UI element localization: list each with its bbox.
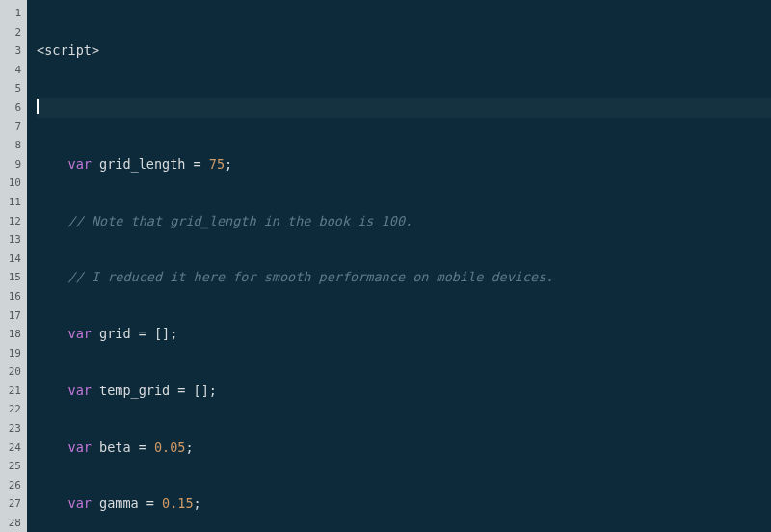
line-number: 25	[0, 457, 27, 476]
line-number: 28	[0, 514, 27, 532]
line-number: 9	[0, 155, 27, 174]
line-number: 24	[0, 439, 27, 458]
code-line[interactable]: var beta = 0.05;	[37, 439, 771, 458]
line-number: 4	[0, 61, 27, 80]
line-number: 11	[0, 193, 27, 212]
code-line[interactable]: var grid_length = 75;	[37, 155, 771, 174]
line-number: 8	[0, 136, 27, 155]
line-number: 17	[0, 306, 27, 326]
code-line[interactable]: // I reduced it here for smooth performa…	[37, 268, 771, 287]
line-number: 21	[0, 382, 27, 401]
line-number: 19	[0, 344, 27, 363]
line-number: 2	[0, 23, 27, 42]
code-line[interactable]: // Note that grid_length in the book is …	[37, 212, 771, 231]
code-line[interactable]	[37, 98, 771, 118]
line-number: 13	[0, 230, 27, 250]
line-number: 27	[0, 494, 27, 514]
line-number: 5	[0, 79, 27, 98]
line-number: 10	[0, 173, 27, 193]
line-number: 18	[0, 325, 27, 344]
line-number: 14	[0, 250, 27, 269]
line-number: 22	[0, 400, 27, 419]
line-number: 12	[0, 212, 27, 231]
line-number: 15	[0, 268, 27, 287]
code-editor[interactable]: 1 2 3 4 5 6 7 8 9 10 11 12 13 14 15 16 1…	[0, 0, 771, 532]
line-number: 23	[0, 419, 27, 439]
line-number: 7	[0, 118, 27, 137]
line-number: 6	[0, 98, 27, 118]
line-number: 3	[0, 41, 27, 61]
line-number: 20	[0, 362, 27, 382]
code-line[interactable]: <script>	[37, 41, 771, 61]
line-number: 16	[0, 287, 27, 306]
line-number: 26	[0, 476, 27, 495]
line-number-gutter: 1 2 3 4 5 6 7 8 9 10 11 12 13 14 15 16 1…	[0, 0, 27, 532]
line-number: 1	[0, 4, 27, 23]
code-area[interactable]: <script> var grid_length = 75; // Note t…	[27, 0, 771, 532]
code-line[interactable]: var temp_grid = [];	[37, 382, 771, 401]
text-cursor	[37, 99, 39, 114]
code-line[interactable]: var grid = [];	[37, 325, 771, 344]
code-line[interactable]: var gamma = 0.15;	[37, 494, 771, 514]
